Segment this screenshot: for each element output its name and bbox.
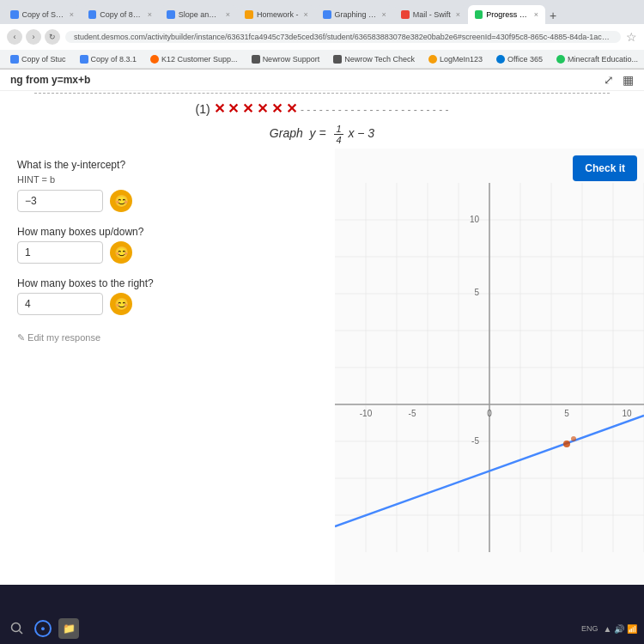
svg-line-34 [20, 631, 23, 635]
back-button[interactable]: ‹ [7, 29, 22, 45]
question-block-3: How many boxes to the right? 😊 [17, 277, 318, 315]
bookmark-minecraft[interactable]: Minecraft Educatio... [553, 54, 641, 64]
questions-panel: What is the y-intercept? HINT = b 😊 How … [0, 149, 335, 585]
content-area: ng from y=mx+b ⤢ ▦ (1) ✕ ✕ ✕ ✕ ✕ ✕ - - -… [0, 70, 644, 585]
svg-text:10: 10 [622, 409, 632, 418]
reload-button[interactable]: ↻ [45, 29, 60, 45]
search-taskbar-icon[interactable] [7, 618, 27, 639]
taskbar: ● 📁 ENG ▲ 🔊 📶 [0, 613, 644, 644]
svg-point-31 [563, 440, 570, 447]
smiley-button-3[interactable]: 😊 [110, 293, 132, 315]
attempt-row: (1) ✕ ✕ ✕ ✕ ✕ ✕ - - - - - - - - - - - - … [0, 95, 644, 120]
tab-copy-831[interactable]: Copy of 8.3.1 × [82, 5, 159, 24]
edit-response-link[interactable]: ✎ Edit my response [17, 332, 318, 343]
x-mark-3: ✕ [242, 101, 253, 116]
svg-text:5: 5 [474, 288, 479, 297]
bookmarks-bar: Copy of Stuc Copy of 8.3.1 K12 Customer … [0, 50, 644, 69]
tab-mail[interactable]: Mail - Swift × [394, 5, 467, 24]
question-1-hint: HINT = b [17, 174, 318, 185]
fraction: 1 4 [334, 124, 343, 145]
address-bar: ‹ › ↻ student.desmos.com/activitybuilder… [0, 24, 644, 50]
bookmark-logmein[interactable]: LogMeIn123 [425, 54, 486, 64]
dashed-line-after-x: - - - - - - - - - - - - - - - - - - - - … [301, 104, 449, 116]
x-mark-5: ✕ [271, 101, 283, 116]
app-title: ng from y=mx+b [10, 74, 90, 86]
edit-response-label: ✎ Edit my response [17, 332, 100, 343]
taskbar-right: ENG ▲ 🔊 📶 [581, 624, 637, 634]
tab-bar: Copy of Stuc × Copy of 8.3.1 × Slope and… [0, 0, 644, 24]
x-mark-6: ✕ [286, 101, 297, 116]
svg-text:0: 0 [487, 409, 492, 418]
tab-homework[interactable]: Homework - × [238, 5, 315, 24]
bookmark-office365[interactable]: Office 365 [493, 54, 546, 64]
graph-svg: -10 -5 0 5 10 10 5 -5 [335, 149, 644, 585]
svg-text:10: 10 [470, 215, 480, 224]
grid-icon[interactable]: ▦ [623, 73, 634, 87]
graph-label: Graph [270, 126, 307, 140]
check-it-button[interactable]: Check it [573, 155, 637, 181]
app-top-bar: ng from y=mx+b ⤢ ▦ [0, 70, 644, 91]
question-2-text: How many boxes up/down? [17, 226, 318, 238]
answer-input-3[interactable] [17, 293, 103, 315]
answer-input-1[interactable] [17, 190, 103, 212]
tab-slope[interactable]: Slope and Y- × [160, 5, 237, 24]
smiley-button-2[interactable]: 😊 [110, 241, 132, 264]
bookmark-newrow-support[interactable]: Newrow Support [248, 54, 324, 64]
system-tray-label: ENG [581, 624, 598, 633]
graph-panel: Check it [335, 149, 644, 585]
start-button[interactable]: ● [34, 620, 52, 637]
answer-input-2[interactable] [17, 241, 103, 264]
browser-chrome: Copy of Stuc × Copy of 8.3.1 × Slope and… [0, 0, 644, 70]
new-tab-button[interactable]: + [550, 9, 556, 24]
question-block-1: What is the y-intercept? HINT = b 😊 [17, 159, 318, 212]
main-layout: What is the y-intercept? HINT = b 😊 How … [0, 149, 644, 585]
expand-icon[interactable]: ⤢ [604, 73, 614, 87]
system-icons: ▲ 🔊 📶 [604, 624, 637, 634]
question-1-text: What is the y-intercept? [17, 159, 318, 171]
tab-progress[interactable]: Progress Lea × [468, 5, 545, 24]
equation-y: y = [310, 126, 330, 140]
forward-button[interactable]: › [26, 29, 41, 45]
bookmark-copy-stuc[interactable]: Copy of Stuc [7, 54, 70, 64]
question-3-text: How many boxes to the right? [17, 277, 318, 289]
question-block-2: How many boxes up/down? 😊 [17, 226, 318, 264]
bookmark-newrow-tech[interactable]: Newrow Tech Check [330, 54, 418, 64]
equation-row: Graph y = 1 4 x − 3 [0, 120, 644, 149]
bookmark-k12[interactable]: K12 Customer Supp... [147, 54, 241, 64]
url-bar[interactable]: student.desmos.com/activitybuilder/insta… [65, 31, 621, 43]
file-explorer-icon[interactable]: 📁 [58, 618, 79, 639]
smiley-button-1[interactable]: 😊 [110, 190, 132, 212]
svg-text:5: 5 [564, 409, 569, 418]
tab-copy-stuc[interactable]: Copy of Stuc × [3, 5, 81, 24]
svg-point-32 [571, 436, 576, 441]
dashed-divider [34, 93, 610, 94]
x-mark-2: ✕ [228, 101, 239, 116]
svg-text:-5: -5 [409, 409, 416, 418]
svg-point-33 [12, 623, 21, 632]
tab-graphing[interactable]: Graphing fro × [316, 5, 393, 24]
attempt-number: (1) [196, 102, 210, 116]
graph-container: -10 -5 0 5 10 10 5 -5 [335, 149, 644, 585]
equation-rest: x − 3 [348, 126, 374, 140]
star-button[interactable]: ☆ [626, 30, 637, 44]
x-mark-1: ✕ [214, 101, 225, 116]
x-mark-4: ✕ [257, 101, 268, 116]
bookmark-copy-831[interactable]: Copy of 8.3.1 [76, 54, 141, 64]
svg-text:-5: -5 [471, 436, 479, 446]
svg-text:-10: -10 [360, 409, 373, 418]
